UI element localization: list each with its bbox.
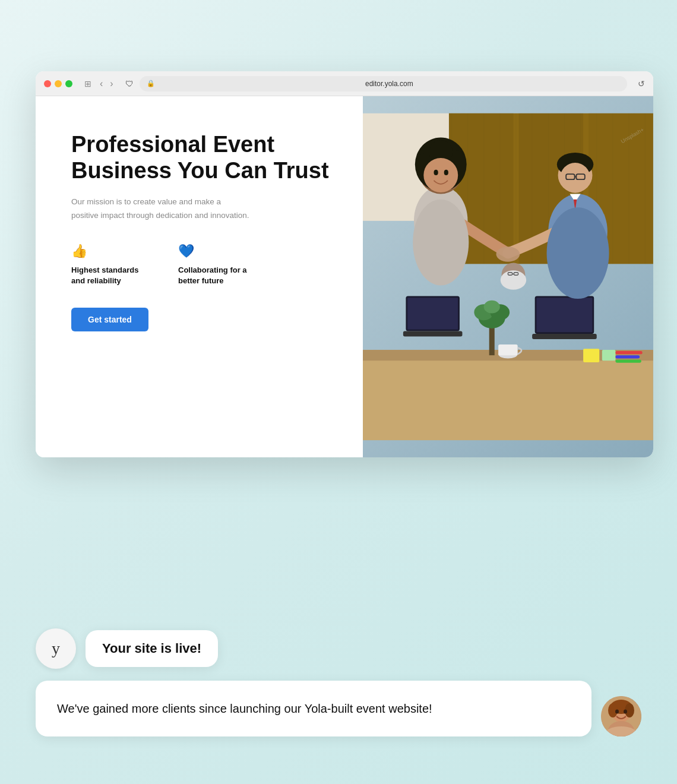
svg-point-62	[615, 710, 619, 714]
yola-letter: y	[52, 639, 60, 658]
minimize-button[interactable]	[55, 80, 62, 87]
user-avatar	[601, 696, 641, 736]
browser-window: ⊞ ‹ › 🛡 🔒 editor.yola.com ↺ Professional…	[36, 71, 653, 457]
svg-point-40	[547, 207, 609, 299]
svg-point-42	[501, 270, 526, 290]
security-icon: 🛡	[125, 79, 134, 88]
maximize-button[interactable]	[65, 80, 72, 87]
left-panel: Professional Event Business You Can Trus…	[36, 96, 363, 457]
get-started-button[interactable]: Get started	[71, 308, 148, 331]
feature-1-label: Highest standards and reliability	[71, 265, 154, 286]
window-controls	[44, 80, 72, 87]
browser-content: Professional Event Business You Can Trus…	[36, 96, 653, 457]
hero-description: Our mission is to create value and make …	[71, 195, 249, 222]
feature-2-label: Collaborating for a better future	[178, 265, 261, 286]
chat-message-2: We've gained more clients since launchin…	[36, 681, 641, 736]
url-text: editor.yola.com	[159, 80, 620, 88]
close-button[interactable]	[44, 80, 51, 87]
hero-title: Professional Event Business You Can Trus…	[71, 132, 333, 184]
chat-message-1: y Your site is live!	[36, 628, 641, 669]
yola-avatar: y	[36, 628, 76, 669]
svg-point-27	[423, 158, 458, 192]
svg-point-28	[434, 170, 438, 175]
svg-rect-48	[583, 349, 599, 362]
svg-point-29	[444, 170, 448, 175]
svg-rect-51	[616, 355, 640, 358]
testimonial-text: We've gained more clients since launchin…	[57, 702, 432, 715]
back-button[interactable]: ‹	[97, 77, 105, 90]
svg-rect-10	[403, 331, 463, 336]
svg-rect-13	[532, 334, 597, 339]
svg-rect-49	[602, 350, 616, 361]
svg-rect-50	[616, 351, 643, 354]
refresh-icon[interactable]: ↺	[638, 79, 645, 88]
chat-bubble-site-live: Your site is live!	[86, 630, 218, 667]
url-bar[interactable]: 🔒 editor.yola.com	[140, 76, 627, 91]
svg-rect-9	[407, 298, 458, 329]
heart-icon: 💙	[178, 244, 261, 259]
user-avatar-image	[601, 696, 641, 736]
svg-point-30	[413, 200, 469, 286]
svg-rect-52	[616, 359, 641, 362]
thumbs-up-icon: 👍	[71, 244, 154, 259]
svg-rect-6	[363, 350, 653, 440]
chat-bubble-testimonial: We've gained more clients since launchin…	[36, 681, 591, 736]
browser-nav: ‹ ›	[97, 77, 116, 90]
hero-image: Unsplash+	[363, 96, 653, 457]
browser-chrome: ⊞ ‹ › 🛡 🔒 editor.yola.com ↺	[36, 71, 653, 96]
chat-section: y Your site is live! We've gained more c…	[36, 628, 641, 736]
sidebar-toggle-icon[interactable]: ⊞	[84, 79, 91, 88]
right-panel: Unsplash+	[363, 96, 653, 457]
features-row: 👍 Highest standards and reliability 💙 Co…	[71, 244, 333, 286]
svg-rect-15	[498, 344, 518, 355]
forward-button[interactable]: ›	[107, 77, 115, 90]
lock-icon: 🔒	[147, 80, 155, 87]
feature-1: 👍 Highest standards and reliability	[71, 244, 154, 286]
svg-point-63	[624, 710, 627, 714]
svg-point-46	[496, 246, 520, 261]
site-live-text: Your site is live!	[102, 641, 201, 656]
feature-2: 💙 Collaborating for a better future	[178, 244, 261, 286]
svg-rect-12	[537, 298, 593, 332]
svg-point-20	[484, 301, 500, 314]
